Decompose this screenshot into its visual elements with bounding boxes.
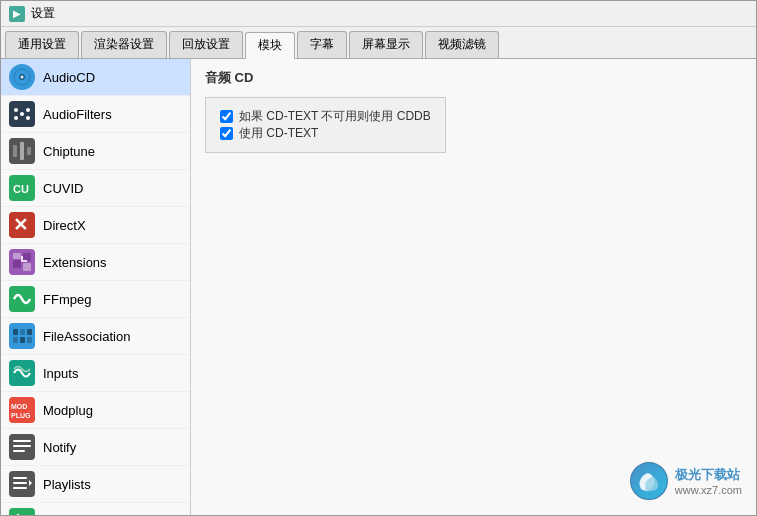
sidebar-item-portaudio[interactable]: PortAudio xyxy=(1,503,190,515)
svg-text:PLUG: PLUG xyxy=(11,412,31,419)
tab-osd[interactable]: 屏幕显示 xyxy=(349,31,423,58)
sidebar-label-chiptune: Chiptune xyxy=(43,144,95,159)
svg-rect-41 xyxy=(13,482,27,484)
sidebar-item-directx[interactable]: ✕ DirectX xyxy=(1,207,190,244)
window-title: 设置 xyxy=(31,5,55,22)
svg-text:CU: CU xyxy=(13,183,29,195)
sidebar-item-modplug[interactable]: MOD PLUG Modplug xyxy=(1,392,190,429)
svg-rect-38 xyxy=(13,450,25,452)
tabs-bar: 通用设置 渲染器设置 回放设置 模块 字幕 屏幕显示 视频滤镜 xyxy=(1,27,756,59)
audiocd-icon xyxy=(9,64,35,90)
svg-point-5 xyxy=(20,112,24,116)
svg-rect-37 xyxy=(13,445,31,447)
sidebar-item-fileassociation[interactable]: FileAssociation xyxy=(1,318,190,355)
content-area: AudioCD AudioFilters xyxy=(1,59,756,515)
svg-point-8 xyxy=(26,116,30,120)
svg-rect-28 xyxy=(13,337,18,343)
checkbox-cddb-label: 如果 CD-TEXT 不可用则使用 CDDB xyxy=(239,108,431,125)
svg-point-6 xyxy=(26,108,30,112)
svg-rect-30 xyxy=(27,337,32,343)
svg-rect-26 xyxy=(20,329,25,335)
svg-point-2 xyxy=(21,76,24,79)
svg-rect-10 xyxy=(13,145,17,157)
portaudio-icon xyxy=(9,508,35,515)
watermark-text-area: 极光下载站 www.xz7.com xyxy=(675,466,742,496)
svg-rect-20 xyxy=(13,253,21,259)
sidebar-item-playlists[interactable]: Playlists xyxy=(1,466,190,503)
panel-title: 音频 CD xyxy=(205,69,742,87)
sidebar-label-portaudio: PortAudio xyxy=(43,514,100,516)
title-icon: ▶ xyxy=(9,6,25,22)
svg-rect-44 xyxy=(10,509,34,515)
checkbox-row-cddb: 如果 CD-TEXT 不可用则使用 CDDB xyxy=(220,108,431,125)
main-panel: 音频 CD 如果 CD-TEXT 不可用则使用 CDDB 使用 CD-TEXT xyxy=(191,59,756,515)
sidebar-item-extensions[interactable]: Extensions xyxy=(1,244,190,281)
sidebar-label-notify: Notify xyxy=(43,440,76,455)
watermark-main-text: 极光下载站 xyxy=(675,466,742,484)
svg-rect-36 xyxy=(13,440,31,442)
svg-rect-12 xyxy=(27,147,31,155)
svg-rect-27 xyxy=(27,329,32,335)
svg-text:MOD: MOD xyxy=(11,403,27,410)
tab-subtitle[interactable]: 字幕 xyxy=(297,31,347,58)
svg-rect-24 xyxy=(10,324,34,348)
watermark: 极光下载站 www.xz7.com xyxy=(629,461,742,501)
svg-rect-11 xyxy=(20,142,24,160)
svg-rect-18 xyxy=(13,260,21,268)
cuvid-icon: CU xyxy=(9,175,35,201)
sidebar-label-audiocd: AudioCD xyxy=(43,70,95,85)
sidebar-label-extensions: Extensions xyxy=(43,255,107,270)
svg-rect-29 xyxy=(20,337,25,343)
watermark-logo-icon xyxy=(629,461,669,501)
sidebar-label-cuvid: CUVID xyxy=(43,181,83,196)
tab-general[interactable]: 通用设置 xyxy=(5,31,79,58)
sidebar-item-chiptune[interactable]: Chiptune xyxy=(1,133,190,170)
playlists-icon xyxy=(9,471,35,497)
svg-point-4 xyxy=(14,108,18,112)
tab-modules[interactable]: 模块 xyxy=(245,32,295,59)
settings-window: ▶ 设置 通用设置 渲染器设置 回放设置 模块 字幕 屏幕显示 视频滤镜 xyxy=(0,0,757,516)
checkbox-cdtext[interactable] xyxy=(220,127,233,140)
sidebar-item-audiofilters[interactable]: AudioFilters xyxy=(1,96,190,133)
svg-rect-40 xyxy=(13,477,27,479)
ffmpeg-icon xyxy=(9,286,35,312)
checkbox-cddb[interactable] xyxy=(220,110,233,123)
directx-icon: ✕ xyxy=(9,212,35,238)
notify-icon xyxy=(9,434,35,460)
watermark-url: www.xz7.com xyxy=(675,484,742,496)
svg-point-7 xyxy=(14,116,18,120)
audiofilters-icon xyxy=(9,101,35,127)
sidebar: AudioCD AudioFilters xyxy=(1,59,191,515)
chiptune-icon xyxy=(9,138,35,164)
sidebar-item-audiocd[interactable]: AudioCD xyxy=(1,59,190,96)
sidebar-label-playlists: Playlists xyxy=(43,477,91,492)
inputs-icon xyxy=(9,360,35,386)
sidebar-label-audiofilters: AudioFilters xyxy=(43,107,112,122)
modplug-icon: MOD PLUG xyxy=(9,397,35,423)
tab-renderer[interactable]: 渲染器设置 xyxy=(81,31,167,58)
svg-rect-25 xyxy=(13,329,18,335)
checkbox-row-cdtext: 使用 CD-TEXT xyxy=(220,125,431,142)
sidebar-label-directx: DirectX xyxy=(43,218,86,233)
tab-videofilter[interactable]: 视频滤镜 xyxy=(425,31,499,58)
title-bar: ▶ 设置 xyxy=(1,1,756,27)
checkbox-cdtext-label: 使用 CD-TEXT xyxy=(239,125,318,142)
sidebar-label-modplug: Modplug xyxy=(43,403,93,418)
svg-rect-42 xyxy=(13,487,27,489)
sidebar-item-ffmpeg[interactable]: FFmpeg xyxy=(1,281,190,318)
sidebar-item-inputs[interactable]: Inputs xyxy=(1,355,190,392)
svg-text:✕: ✕ xyxy=(13,215,28,235)
sidebar-item-notify[interactable]: Notify xyxy=(1,429,190,466)
sidebar-label-inputs: Inputs xyxy=(43,366,78,381)
settings-group: 如果 CD-TEXT 不可用则使用 CDDB 使用 CD-TEXT xyxy=(205,97,446,153)
sidebar-label-fileassociation: FileAssociation xyxy=(43,329,130,344)
tab-playback[interactable]: 回放设置 xyxy=(169,31,243,58)
svg-rect-19 xyxy=(23,253,31,261)
sidebar-label-ffmpeg: FFmpeg xyxy=(43,292,91,307)
extensions-icon xyxy=(9,249,35,275)
sidebar-item-cuvid[interactable]: CU CUVID xyxy=(1,170,190,207)
svg-rect-21 xyxy=(23,263,31,271)
fileassoc-icon xyxy=(9,323,35,349)
